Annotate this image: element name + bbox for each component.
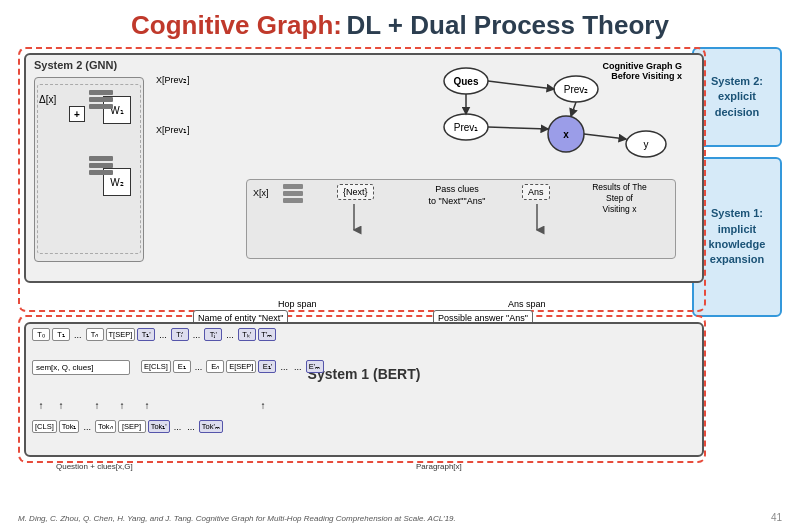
e-dots3: ... (292, 362, 304, 372)
diagram-area: System 2 (GNN) Δ[x] + W₁ W₂ (18, 47, 782, 467)
sep-tok: [SEP] (118, 420, 146, 433)
arr5: ↑ (138, 400, 156, 411)
system2-label: System 2 (GNN) (34, 59, 117, 71)
title-red: Cognitive Graph: (131, 10, 342, 40)
svg-line-12 (571, 102, 576, 116)
tok-dots3: ... (185, 422, 197, 432)
system2-box: System 2 (GNN) Δ[x] + W₁ W₂ (24, 53, 704, 283)
hop-span-label: Hop span (278, 299, 317, 309)
svg-line-11 (488, 127, 548, 129)
svg-text:y: y (644, 139, 649, 150)
x-input-label: X[x] (253, 188, 269, 198)
tsep-cell: T[SEP] (106, 328, 136, 341)
cls-tok: [CLS] (32, 420, 57, 433)
tok-dots1: ... (81, 422, 93, 432)
t1p-cell: T₁' (137, 328, 155, 341)
title-area: Cognitive Graph: DL + Dual Process Theor… (18, 10, 782, 41)
slide-number: 41 (771, 512, 782, 523)
ans-box: Ans (522, 184, 550, 200)
tn-cell: Tₙ (86, 328, 104, 341)
x-prev2-label: X[Prev₂] (156, 75, 190, 85)
t-dots4: ... (224, 330, 236, 340)
x-prev1-label: X[Prev₁] (156, 125, 190, 135)
x-token-stack (283, 184, 303, 203)
emp-cell: E'ₘ (306, 360, 324, 373)
tip-cell: Tᵢ' (171, 328, 189, 341)
esep-cell: E[SEP] (226, 360, 256, 373)
tok-dots2: ... (172, 422, 184, 432)
t-row: T₀ T₁ ... Tₙ T[SEP] T₁' ... Tᵢ' ... Tⱼ' … (32, 328, 696, 341)
gnn-area: Δ[x] + W₁ W₂ (34, 77, 144, 262)
system1-box: T₀ T₁ ... Tₙ T[SEP] T₁' ... Tᵢ' ... Tⱼ' … (24, 322, 704, 457)
arr4: ↑ (108, 400, 136, 411)
t0-cell: T₀ (32, 328, 50, 341)
tjp-cell: Tⱼ' (204, 328, 222, 341)
pass-clues-text: Pass cluesto "Next""Ans" (412, 184, 502, 207)
tokmp: Tok'ₘ (199, 420, 223, 433)
question-label: Question + clues[x,G] (56, 462, 133, 471)
sem-box: sem[x, Q, clues] (32, 360, 130, 375)
en-cell: Eₙ (206, 360, 224, 373)
ans-span-label: Ans span (508, 299, 546, 309)
e-dots2: ... (278, 362, 290, 372)
next-box: {Next} (337, 184, 374, 200)
svg-line-14 (584, 134, 626, 139)
results-text: Results of TheStep ofVisiting x (567, 182, 672, 215)
svg-text:Prev₁: Prev₁ (454, 122, 479, 133)
main-diagram: System 2 (GNN) Δ[x] + W₁ W₂ (18, 47, 684, 467)
arrow-row: ↑ ↑ ↑ ↑ ↑ ↑ (32, 400, 696, 411)
tok1: Tok₁ (59, 420, 80, 433)
tmp-cell: T'ₘ (258, 328, 276, 341)
tkp-cell: Tₖ' (238, 328, 256, 341)
tokn: Tokₙ (95, 420, 116, 433)
t-dots3: ... (191, 330, 203, 340)
svg-text:Ques: Ques (453, 76, 478, 87)
input-tok-row: [CLS] Tok₁ ... Tokₙ [SEP] Tok₁' ... ... … (32, 420, 696, 433)
e1-cell: E₁ (173, 360, 191, 373)
svg-text:Prev₂: Prev₂ (564, 84, 589, 95)
svg-line-10 (488, 81, 554, 89)
arr-last: ↑ (254, 400, 272, 411)
t-dots2: ... (157, 330, 169, 340)
e-dots1: ... (193, 362, 205, 372)
footer-text: M. Ding, C. Zhou, Q. Chen, H. Yang, and … (18, 514, 456, 523)
t-dots1: ... (72, 330, 84, 340)
slide-container: Cognitive Graph: DL + Dual Process Theor… (0, 0, 800, 529)
cog-graph-area: Cognitive Graph G Before Visiting x Ques… (246, 59, 686, 279)
paragraph-label: Paragraph[x] (416, 462, 462, 471)
ecls-cell: E[CLS] (141, 360, 171, 373)
arr1: ↑ (32, 400, 50, 411)
pass-area: X[x] {Next} Pass cluesto "Next""Ans" (246, 179, 676, 259)
title-black: DL + Dual Process Theory (346, 10, 668, 40)
svg-text:x: x (563, 129, 569, 140)
t1-cell: T₁ (52, 328, 70, 341)
gnn-dashed (37, 84, 141, 254)
arr3: ↑ (88, 400, 106, 411)
e-row: E[CLS] E₁ ... Eₙ E[SEP] E₁' ... ... E'ₘ (141, 360, 696, 373)
arr2: ↑ (52, 400, 70, 411)
tok1p: Tok₁' (148, 420, 170, 433)
e1p-cell: E₁' (258, 360, 276, 373)
